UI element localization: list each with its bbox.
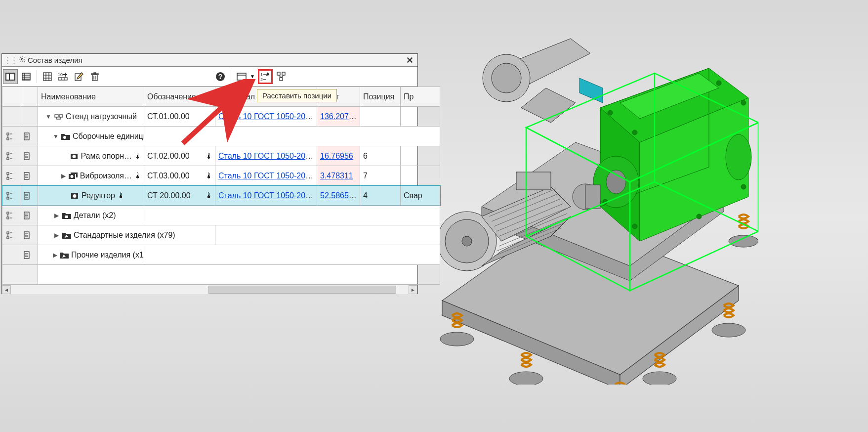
bom-panel: ⋮⋮ Состав изделия ✕ 10 ? <box>1 53 418 294</box>
structure-button[interactable] <box>274 69 289 84</box>
table-row-standard-group[interactable]: ▶ Стандартные изделия (x79) <box>2 225 440 245</box>
gear-icon[interactable] <box>19 56 26 64</box>
svg-rect-57 <box>6 74 9 80</box>
thermometer-icon: 🌡 <box>205 191 212 200</box>
mass-link[interactable]: 3.478311 <box>320 172 353 180</box>
svg-point-43 <box>741 100 746 105</box>
panel-title: Состав изделия <box>28 56 83 64</box>
row-name: Виброизоля… <box>80 172 132 180</box>
svg-rect-94 <box>55 115 58 117</box>
svg-rect-95 <box>59 115 63 117</box>
svg-point-42 <box>716 81 721 86</box>
svg-rect-89 <box>277 72 280 75</box>
collapse-icon[interactable]: ▼ <box>53 133 59 140</box>
svg-marker-46 <box>579 78 603 103</box>
help-button[interactable]: ? <box>213 69 228 84</box>
svg-point-55 <box>21 58 23 60</box>
material-link[interactable]: Сталь 10 ГОСТ 1050-2013 <box>218 112 314 121</box>
scroll-thumb[interactable] <box>208 286 396 294</box>
svg-point-6 <box>712 323 745 337</box>
table-row-details-group[interactable]: ▶ Детали (x2) <box>2 206 440 225</box>
svg-point-44 <box>741 184 746 189</box>
svg-point-13 <box>462 236 472 246</box>
folder-assembly-icon <box>61 131 71 141</box>
svg-text:2: 2 <box>260 77 263 82</box>
svg-rect-123 <box>65 216 68 218</box>
svg-line-92 <box>279 75 281 78</box>
table-row-rama[interactable]: ▶ Рама опорн… 🌡 СТ.02.00.00 🌡 Сталь 10 Г… <box>2 146 440 166</box>
material-link[interactable]: Сталь 10 ГОСТ 1050-2013 <box>218 191 314 200</box>
table-row-vibro[interactable]: ▶ Виброизоля… 🌡 СТ.03.00.00 🌡 Сталь 10 Г… <box>2 166 440 186</box>
svg-rect-80 <box>94 73 96 74</box>
svg-point-118 <box>73 194 77 198</box>
svg-rect-48 <box>585 185 600 209</box>
scroll-right-button[interactable]: ► <box>409 285 417 294</box>
scroll-left-button[interactable]: ◄ <box>2 285 11 294</box>
table-row-assemblies-group[interactable]: ▼ Сборочные единицы (x12) <box>2 127 440 146</box>
svg-point-38 <box>608 110 613 115</box>
col-note[interactable]: Пр <box>401 87 440 107</box>
row-name: Сборочные единицы (x12) <box>73 132 144 141</box>
assembly-multi-icon <box>68 171 78 181</box>
row-name: Детали (x2) <box>74 211 116 220</box>
add-row-button[interactable]: 10 <box>56 69 71 84</box>
svg-line-93 <box>281 75 284 78</box>
assign-positions-button[interactable]: 12 <box>258 69 273 84</box>
col-designation[interactable]: Обозначение <box>144 87 215 107</box>
svg-rect-83 <box>237 73 246 80</box>
mass-link[interactable]: 136.2077… <box>320 112 360 121</box>
delete-button[interactable] <box>87 69 102 84</box>
collapse-icon[interactable]: ▼ <box>45 113 52 120</box>
svg-rect-91 <box>280 78 283 81</box>
row-name: Редуктор <box>82 191 115 200</box>
panel-titlebar[interactable]: ⋮⋮ Состав изделия ✕ <box>2 54 417 67</box>
assembly-icon <box>69 151 79 161</box>
assembly-tree-icon <box>54 112 64 122</box>
panel-toolbar: 10 ? ▼ 12 <box>2 67 417 86</box>
thermometer-icon: 🌡 <box>117 191 124 200</box>
document-icon[interactable] <box>23 132 30 141</box>
view-list-button[interactable] <box>19 69 34 84</box>
expand-icon[interactable]: ▶ <box>61 173 66 179</box>
col-name[interactable]: Наименование <box>38 87 144 107</box>
material-link[interactable]: Сталь 10 ГОСТ 1050-2013 <box>218 172 314 180</box>
svg-point-3 <box>440 332 474 346</box>
mass-link[interactable]: 16.76956 <box>320 152 353 160</box>
svg-rect-58 <box>10 74 14 80</box>
svg-point-39 <box>632 130 637 135</box>
expand-icon[interactable]: ▶ <box>53 252 57 259</box>
svg-text:?: ? <box>218 73 223 81</box>
tooltip: Расставить позиции <box>257 89 337 102</box>
row-name: Стенд нагрузочный <box>66 112 137 121</box>
expand-icon[interactable]: ▶ <box>53 232 60 239</box>
bom-table[interactable]: Наименование Обозначение Материал са, кг… <box>2 86 440 285</box>
thermometer-icon: 🌡 <box>134 172 141 180</box>
tree-link-icon[interactable] <box>5 132 13 141</box>
material-link[interactable]: Сталь 10 ГОСТ 1050-2013 <box>218 152 314 160</box>
thermometer-icon: 🌡 <box>205 172 212 180</box>
window-mode-button[interactable] <box>234 69 249 84</box>
table-empty-area <box>2 265 440 285</box>
dropdown-arrow-icon[interactable]: ▼ <box>248 72 257 81</box>
svg-marker-29 <box>521 88 576 123</box>
spreadsheet-button[interactable] <box>40 69 55 84</box>
svg-rect-64 <box>43 73 51 81</box>
row-designation: СТ.01.00.00 <box>144 107 215 127</box>
svg-text:1: 1 <box>260 72 263 77</box>
view-panel-button[interactable] <box>3 69 18 84</box>
mass-link[interactable]: 52.586525 <box>320 191 358 200</box>
close-icon[interactable]: ✕ <box>404 55 415 66</box>
expand-icon[interactable]: ▶ <box>53 212 60 219</box>
folder-part-icon <box>62 211 72 220</box>
table-row-root[interactable]: ▼ Стенд нагрузочный СТ.01.00.00 Сталь 10… <box>2 107 440 127</box>
svg-point-4 <box>509 372 543 385</box>
col-position[interactable]: Позиция <box>360 87 401 107</box>
table-row-reduktor[interactable]: ▶ Редуктор 🌡 СТ 20.00.00 🌡 Сталь 10 ГОСТ… <box>2 186 440 206</box>
drag-handle-icon[interactable]: ⋮⋮ <box>4 56 17 65</box>
svg-rect-72 <box>58 78 67 80</box>
svg-point-5 <box>643 372 676 385</box>
table-row-other-group[interactable]: ▶ Прочие изделия (x1) <box>2 245 440 265</box>
edit-button[interactable] <box>72 69 86 84</box>
3d-viewport[interactable] <box>422 9 758 385</box>
horizontal-scrollbar[interactable]: ◄ ► <box>2 285 417 294</box>
